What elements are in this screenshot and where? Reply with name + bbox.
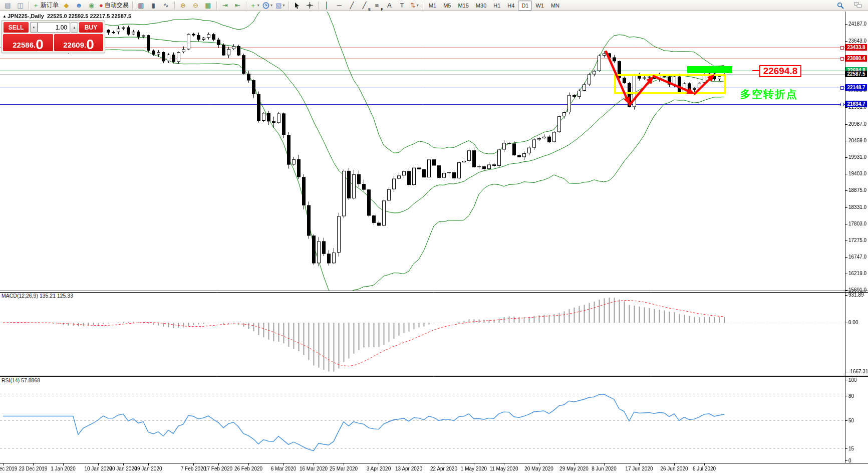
sell-button[interactable]: SELL (4, 22, 29, 33)
timeframe-button-m1[interactable]: M1 (425, 1, 440, 11)
channel-icon[interactable]: ╱E (359, 1, 370, 11)
volume-decrease-button[interactable]: ▼ (30, 22, 38, 33)
new-order-button[interactable]: ＋新订单 (32, 1, 60, 11)
periods-icon[interactable]: ▾ (261, 1, 273, 11)
buy-price-tile[interactable]: 22609.0 (54, 34, 103, 51)
community-icon[interactable]: ☻ (73, 1, 85, 11)
toolbar-separator (132, 2, 133, 10)
timeframe-button-m5[interactable]: M5 (440, 1, 454, 11)
templates-icon[interactable]: ▧▾ (274, 1, 286, 11)
line-chart-icon[interactable]: ∿ (160, 1, 172, 11)
toolbar-separator (246, 2, 246, 10)
buy-button[interactable]: BUY (79, 22, 103, 33)
fibonacci-icon[interactable]: ≡F (371, 1, 383, 11)
toolbar-separator (29, 2, 29, 10)
annotation-price-label-pointer (752, 70, 759, 71)
trendline-icon[interactable]: ╱ (346, 1, 358, 11)
toolbar-separator (174, 2, 175, 10)
toolbar-right-group (834, 1, 864, 11)
symbol-info-line: JPN225-,Daily 22525.0 22592.5 22217.5 22… (8, 13, 131, 19)
search-icon[interactable] (834, 1, 846, 11)
timeframe-button-h4[interactable]: H4 (504, 1, 518, 11)
sell-price-tile[interactable]: 22586.0 (3, 34, 53, 51)
timeframe-button-w1[interactable]: W1 (532, 1, 547, 11)
horizontal-line-icon[interactable]: ─ (334, 1, 345, 11)
one-click-collapse-icon[interactable]: ▲ (3, 14, 7, 19)
timeframe-button-mn[interactable]: MN (547, 1, 563, 11)
profiles-icon[interactable]: ◫ (15, 1, 26, 11)
price-axis[interactable] (845, 11, 868, 463)
symbol-name: JPN225-,Daily (8, 13, 44, 19)
sell-price-pips: 0 (36, 39, 44, 51)
toolbar-separator (423, 2, 423, 10)
timeframe-button-h1[interactable]: H1 (490, 1, 504, 11)
time-axis[interactable] (0, 463, 845, 474)
chat-icon[interactable] (852, 1, 863, 11)
vertical-line-icon[interactable]: │ (321, 1, 333, 11)
volume-increase-button[interactable]: ▲ (71, 22, 78, 33)
volume-input[interactable] (38, 22, 70, 33)
bar-chart-icon[interactable]: ▥ (135, 1, 147, 11)
cursor-icon[interactable] (292, 1, 303, 11)
text-icon[interactable]: A (384, 1, 395, 11)
indicators-icon[interactable]: ＋▾ (249, 1, 260, 11)
symbol-ohlc-values: 22525.0 22592.5 22217.5 22587.5 (47, 13, 131, 19)
price-chart-canvas[interactable] (0, 0, 868, 474)
buy-price: 22609. (63, 41, 86, 49)
candlestick-chart-icon[interactable]: ▮ (148, 1, 159, 11)
main-toolbar: ▤◫＋新订单◆☻◉●自动交易▥▮∿⊕⊖▦⇥⇤＋▾▾▧▾│─╱╱E≡FAT⇅▾M1… (0, 0, 868, 11)
timeframe-button-d1[interactable]: D1 (518, 1, 532, 11)
timeframe-button-m30[interactable]: M30 (472, 1, 490, 11)
timeframe-button-m15[interactable]: M15 (454, 1, 472, 11)
toolbar-separator (216, 2, 217, 10)
annotation-price-label: 22694.8 (759, 65, 801, 77)
signals-icon[interactable]: ◉ (86, 1, 97, 11)
tile-windows-icon[interactable]: ▦ (202, 1, 214, 11)
deposit-icon[interactable]: ◆ (61, 1, 72, 11)
toolbar-separator (288, 2, 289, 10)
one-click-trading-panel: SELL ▼ ▲ BUY 22586.0 22609.0 (1, 20, 105, 53)
sell-price: 22586. (13, 41, 36, 49)
auto-scroll-icon[interactable]: ⇥ (219, 1, 231, 11)
zoom-out-icon[interactable]: ⊖ (190, 1, 201, 11)
toolbar-separator (318, 2, 319, 10)
new-chart-icon[interactable]: ▤ (2, 1, 14, 11)
label-icon[interactable]: T (396, 1, 408, 11)
autotrading-button[interactable]: ●自动交易 (98, 1, 130, 11)
mt4-terminal: { "toolbar": { "items": [ {"n":"new-char… (0, 0, 868, 474)
zoom-in-icon[interactable]: ⊕ (177, 1, 189, 11)
chart-shift-icon[interactable]: ⇤ (232, 1, 243, 11)
crosshair-icon[interactable] (304, 1, 316, 11)
buy-price-pips: 0 (86, 39, 94, 51)
arrows-icon[interactable]: ⇅▾ (409, 1, 420, 11)
annotation-text-cn: 多空转折点 (740, 87, 798, 101)
